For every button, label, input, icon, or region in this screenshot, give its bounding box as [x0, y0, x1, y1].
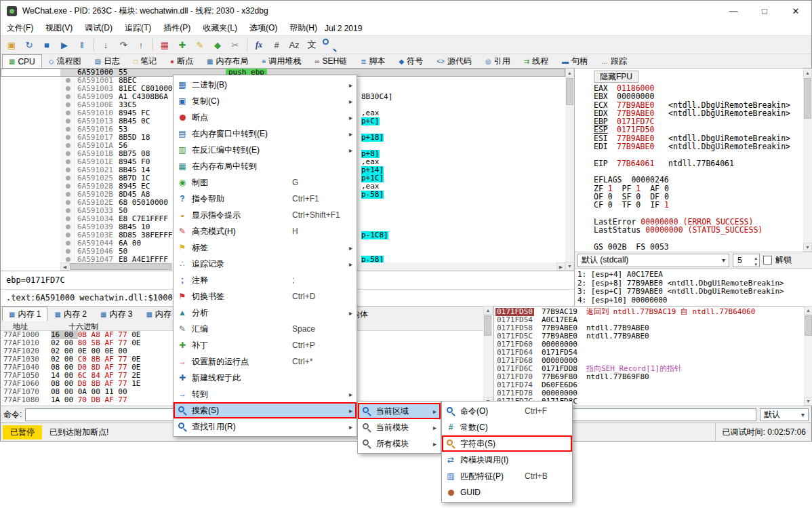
- breakpoint-dot[interactable]: [66, 233, 70, 237]
- breakpoint-dot[interactable]: [66, 200, 70, 205]
- scroll-thumb[interactable]: [805, 315, 812, 336]
- scroll-up-icon[interactable]: [565, 69, 574, 77]
- stack-panel[interactable]: 0171FD5077B9AC19返回到 ntdll.77B9AC19 自 ntd…: [493, 306, 804, 406]
- tab-breakpoints[interactable]: ●断点: [163, 54, 200, 68]
- breakpoint-dot[interactable]: [66, 241, 70, 246]
- scroll-right-icon[interactable]: [556, 262, 565, 271]
- menu-item-command[interactable]: 命令(O)Ctrl+F: [442, 403, 572, 419]
- favourites-button[interactable]: ✚: [174, 37, 190, 52]
- close-button[interactable]: ✕: [780, 1, 811, 21]
- disasm-vertical-scrollbar[interactable]: [565, 69, 574, 271]
- hide-fpu-button[interactable]: 隐藏FPU: [594, 71, 638, 83]
- menu-item-binary[interactable]: ▦二进制(B): [174, 77, 357, 93]
- flags-row[interactable]: CF 0 TF 0 IF 1: [594, 201, 803, 209]
- registers-panel[interactable]: 隐藏FPU EAX01186000EBX00000000ECX77B9ABE0<…: [574, 69, 803, 252]
- dump-scrollbar[interactable]: [483, 306, 493, 406]
- tab-dump-2[interactable]: ▦内存 2: [47, 307, 93, 321]
- stack-row[interactable]: 0171FD74D60FE6D6: [494, 381, 804, 389]
- tab-seh[interactable]: ∞SEH链: [308, 54, 354, 68]
- menu-item-search[interactable]: 搜索(S): [174, 402, 357, 418]
- menu-item-analysis[interactable]: ▲分析: [174, 305, 357, 321]
- breakpoint-dot[interactable]: [66, 119, 70, 123]
- arguments-panel[interactable]: 1: [esp+4] A0C17EEA2: [esp+8] 77B9ABE0 <…: [574, 268, 812, 306]
- open-file-button[interactable]: ▣: [3, 37, 20, 52]
- maximize-button[interactable]: □: [749, 1, 780, 21]
- tab-trace[interactable]: …跟踪: [594, 54, 634, 68]
- step-over-button[interactable]: ↷: [115, 37, 131, 52]
- scroll-up-icon[interactable]: [483, 306, 493, 315]
- tab-dump-1[interactable]: ▦内存 1: [2, 307, 47, 321]
- breakpoint-dot[interactable]: [66, 192, 70, 197]
- menu-item-graph[interactable]: ◉制图G: [174, 174, 357, 191]
- menu-view[interactable]: 视图(V): [39, 20, 79, 36]
- scroll-down-icon[interactable]: [804, 397, 812, 406]
- tab-notes[interactable]: □笔记: [127, 54, 163, 68]
- menu-item-goto[interactable]: →转到: [174, 386, 357, 402]
- menu-item-current-module[interactable]: 当前模块: [358, 419, 441, 435]
- tab-graph[interactable]: ◇流程图: [42, 54, 88, 68]
- scroll-thumb[interactable]: [70, 263, 171, 270]
- menu-item-new-origin[interactable]: →设置新的运行点Ctrl+*: [174, 353, 357, 370]
- comment-button[interactable]: ✎: [192, 37, 208, 52]
- menu-item-assemble[interactable]: ✎汇编Space: [174, 321, 357, 337]
- menu-item-trace-record[interactable]: ∴追踪记录: [174, 256, 357, 272]
- stack-row[interactable]: 0171FD5C77B9ABE0ntdll.77B9ABE0: [494, 332, 804, 340]
- unicode-strings-button[interactable]: 文: [304, 37, 320, 52]
- tab-script[interactable]: ≣脚本: [354, 54, 392, 68]
- stack-row[interactable]: 0171FD5077B9AC19返回到 ntdll.77B9AC19 自 ntd…: [494, 308, 804, 316]
- menu-item-strings[interactable]: 字符串(S): [442, 435, 572, 452]
- step-out-button[interactable]: ↑: [133, 37, 149, 52]
- breakpoint-dot[interactable]: [66, 127, 70, 132]
- breakpoint-dot[interactable]: [66, 78, 70, 83]
- expression-button[interactable]: fx: [251, 37, 267, 52]
- breakpoint-dot[interactable]: [66, 176, 70, 180]
- menu-item-help[interactable]: ?指令帮助Ctrl+F1: [174, 191, 357, 207]
- stack-row[interactable]: 0171FD640171FD54: [494, 349, 804, 357]
- menu-item-pattern[interactable]: ▥匹配特征(P)Ctrl+B: [442, 468, 572, 484]
- restart-button[interactable]: ↻: [21, 37, 37, 52]
- menu-item-follow-memmap[interactable]: ▦在内存布局中转到: [174, 158, 357, 174]
- argument-count-stepper[interactable]: 5: [733, 254, 760, 267]
- menu-favourites[interactable]: 收藏夹(L): [197, 20, 243, 36]
- menu-debug[interactable]: 调试(D): [79, 20, 119, 36]
- argument-row[interactable]: 1: [esp+4] A0C17EEA: [577, 271, 812, 279]
- breakpoint-dot[interactable]: [66, 151, 70, 156]
- tab-call-stack[interactable]: ≡调用堆栈: [256, 54, 308, 68]
- menu-item-bookmark[interactable]: ⚑切换书签Ctrl+D: [174, 288, 357, 305]
- breakpoint-dot[interactable]: [66, 143, 70, 148]
- stack-row[interactable]: 0171FD7077B69F80ntdll.77B69F80: [494, 373, 804, 381]
- last-status-row[interactable]: LastStatus 00000000 (STATUS_SUCCESS): [594, 226, 803, 234]
- register-row[interactable]: EDI77B9ABE0<ntdll.DbgUiRemoteBreakin>: [594, 142, 803, 151]
- run-button[interactable]: ▶: [56, 37, 73, 52]
- stack-scrollbar[interactable]: [804, 306, 812, 406]
- segment-registers-row[interactable]: GS 002B FS 0053: [594, 243, 803, 251]
- breakpoint-dot[interactable]: [66, 168, 70, 172]
- calling-convention-select[interactable]: 默认 (stdcall): [577, 254, 729, 267]
- menu-item-references[interactable]: 查找引用(R): [174, 418, 357, 435]
- tab-symbols[interactable]: ◆符号: [392, 54, 430, 68]
- scroll-thumb[interactable]: [804, 78, 811, 119]
- menu-item-label[interactable]: ⚑标签: [174, 239, 357, 256]
- menu-item-guid[interactable]: GUID: [442, 484, 572, 501]
- breakpoint-dot[interactable]: [66, 159, 70, 164]
- minimize-button[interactable]: —: [718, 1, 749, 21]
- pe-tools-button[interactable]: ▦: [157, 37, 173, 52]
- breakpoint-dot[interactable]: [66, 135, 70, 140]
- breakpoint-dot[interactable]: [66, 249, 70, 254]
- analyze-button[interactable]: ◆: [209, 37, 226, 52]
- tab-references[interactable]: ◎引用: [479, 54, 517, 68]
- menu-item-copy[interactable]: ▣复制(C): [174, 93, 357, 109]
- tab-dump-3[interactable]: ▦内存 3: [94, 307, 139, 321]
- breakpoint-dot[interactable]: [66, 208, 70, 213]
- menu-item-intermodular-calls[interactable]: ⇄跨模块调用(I): [442, 452, 572, 468]
- menu-file[interactable]: 文件(F): [1, 20, 39, 36]
- scroll-left-icon[interactable]: [60, 262, 69, 271]
- constant-search-button[interactable]: #: [268, 37, 285, 52]
- breakpoint-dot[interactable]: [66, 216, 70, 221]
- stop-button[interactable]: ■: [39, 37, 55, 52]
- menu-help[interactable]: 帮助(H): [283, 20, 323, 36]
- menu-trace[interactable]: 追踪(T): [119, 20, 157, 36]
- ascii-strings-button[interactable]: Az: [286, 37, 302, 52]
- tab-log[interactable]: ▤日志: [88, 54, 127, 68]
- scroll-thumb[interactable]: [566, 78, 573, 105]
